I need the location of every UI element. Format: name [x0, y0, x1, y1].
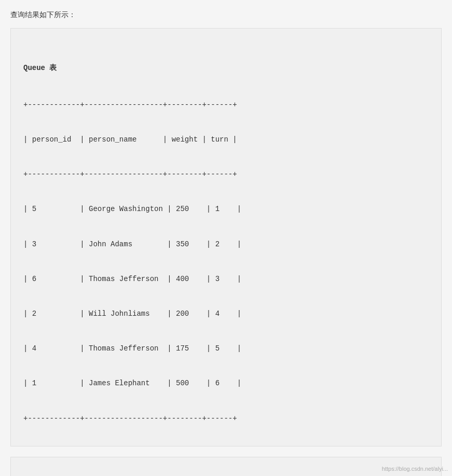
queue-border-bot: +------------+------------------+-------… — [23, 413, 429, 424]
queue-row-2: | 3 | John Adams | 350 | 2 | — [23, 239, 429, 250]
queue-row-3: | 6 | Thomas Jefferson | 400 | 3 | — [23, 273, 429, 285]
queue-row-4: | 2 | Will Johnliams | 200 | 4 | — [23, 308, 429, 319]
queue-table-block: Queue 表 +------------+------------------… — [10, 28, 442, 446]
intro-text: 查询结果如下所示： — [10, 10, 442, 20]
queue-row-5: | 4 | Thomas Jefferson | 175 | 5 | — [23, 343, 429, 354]
queue-table-label: Queue 表 — [23, 62, 429, 74]
result-table-block: Result 表 +------------------+ | person_n… — [10, 457, 442, 476]
watermark: https://blog.csdn.net/alyi... — [382, 466, 448, 472]
queue-header: | person_id | person_name | weight | tur… — [23, 134, 429, 145]
queue-border-mid: +------------+------------------+-------… — [23, 169, 429, 180]
queue-row-6: | 1 | James Elephant | 500 | 6 | — [23, 377, 429, 389]
queue-row-1: | 5 | George Washington | 250 | 1 | — [23, 203, 429, 215]
queue-border-top: +------------+------------------+-------… — [23, 99, 429, 110]
